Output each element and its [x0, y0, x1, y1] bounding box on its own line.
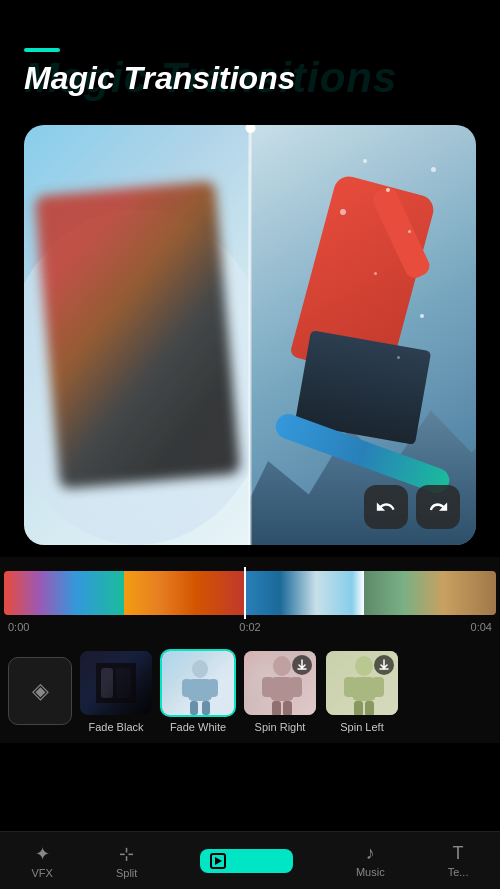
svg-point-18	[355, 656, 373, 676]
nav-item-split[interactable]: ⊹ Split	[104, 837, 149, 885]
nav-label-music: Music	[356, 866, 385, 878]
fade-white-label: Fade White	[170, 721, 226, 733]
text-icon: T	[453, 843, 464, 864]
nav-label-vfx: VFX	[32, 867, 53, 879]
svg-rect-15	[272, 701, 281, 716]
fade-black-img	[80, 651, 152, 715]
svg-rect-0	[96, 663, 136, 703]
nav-label-split: Split	[116, 867, 137, 879]
undo-button[interactable]	[364, 485, 408, 529]
music-icon: ♪	[366, 843, 375, 864]
svg-rect-14	[290, 677, 302, 697]
spin-right-download-badge[interactable]	[292, 655, 312, 675]
nav-label-text: Te...	[448, 866, 469, 878]
time-end: 0:04	[471, 621, 492, 633]
timeline-playhead	[244, 567, 246, 619]
fade-white-graphic	[162, 651, 236, 717]
timeline-segment-4	[364, 571, 496, 615]
nav-item-music[interactable]: ♪ Music	[344, 837, 397, 884]
svg-rect-2	[116, 668, 131, 698]
scene-right	[250, 125, 476, 545]
transition-item-spin-right[interactable]: Spin Right	[242, 649, 318, 733]
vfx-icon: ✦	[35, 843, 50, 865]
video-controls	[364, 485, 460, 529]
accent-bar	[24, 48, 60, 52]
video-canvas	[24, 125, 476, 545]
header: Magic Transitions Magic Transitions	[0, 0, 500, 113]
fade-black-graphic	[96, 663, 136, 703]
no-transition-icon: ◈	[32, 678, 49, 704]
spin-left-label: Spin Left	[340, 721, 383, 733]
svg-rect-16	[283, 701, 292, 716]
timeline-segment-3	[244, 571, 364, 615]
svg-rect-6	[182, 679, 192, 697]
page-title: Magic Transitions	[24, 60, 476, 97]
time-start: 0:00	[8, 621, 29, 633]
svg-rect-8	[190, 701, 198, 715]
fade-white-img	[162, 651, 234, 715]
spin-right-label: Spin Right	[255, 721, 306, 733]
split-icon: ⊹	[119, 843, 134, 865]
transition-line	[249, 125, 252, 545]
spin-left-download-badge[interactable]	[374, 655, 394, 675]
nav-label-transition: Transition	[230, 855, 283, 867]
fade-white-thumb	[160, 649, 236, 717]
time-middle: 0:02	[239, 621, 260, 633]
fade-black-thumb	[78, 649, 154, 717]
svg-rect-7	[208, 679, 218, 697]
timeline-track[interactable]	[4, 567, 496, 619]
svg-rect-1	[101, 668, 113, 698]
nav-item-transition[interactable]: Transition	[188, 843, 305, 879]
svg-rect-9	[202, 701, 210, 715]
svg-rect-20	[344, 677, 356, 697]
bottom-nav: ✦ VFX ⊹ Split Transition ♪ Music T Te...	[0, 831, 500, 889]
timeline-times: 0:00 0:02 0:04	[0, 621, 500, 633]
svg-point-4	[192, 660, 208, 678]
spin-left-thumb	[324, 649, 400, 717]
transition-play-icon	[210, 853, 226, 869]
timeline-section: 0:00 0:02 0:04	[0, 557, 500, 639]
video-preview	[24, 125, 476, 545]
nav-item-text[interactable]: T Te...	[436, 837, 481, 884]
svg-rect-21	[372, 677, 384, 697]
transition-item-spin-left[interactable]: Spin Left	[324, 649, 400, 733]
snow-particles	[250, 125, 476, 545]
svg-point-11	[273, 656, 291, 676]
svg-rect-13	[262, 677, 274, 697]
fade-black-label: Fade Black	[88, 721, 143, 733]
svg-rect-23	[365, 701, 374, 716]
play-triangle	[215, 857, 222, 865]
redo-button[interactable]	[416, 485, 460, 529]
svg-rect-22	[354, 701, 363, 716]
transition-row: ◈ Fade Black	[0, 639, 500, 743]
nav-active-transition: Transition	[200, 849, 293, 873]
spin-right-thumb	[242, 649, 318, 717]
timeline-thumbnails	[4, 571, 496, 615]
timeline-segment-2	[124, 571, 244, 615]
scene-left	[24, 125, 250, 545]
timeline-segment-1	[4, 571, 124, 615]
blur-figure	[34, 181, 240, 490]
no-transition-button[interactable]: ◈	[8, 657, 72, 725]
nav-item-vfx[interactable]: ✦ VFX	[20, 837, 65, 885]
transition-item-fade-black[interactable]: Fade Black	[78, 649, 154, 733]
transition-item-fade-white[interactable]: Fade White	[160, 649, 236, 733]
